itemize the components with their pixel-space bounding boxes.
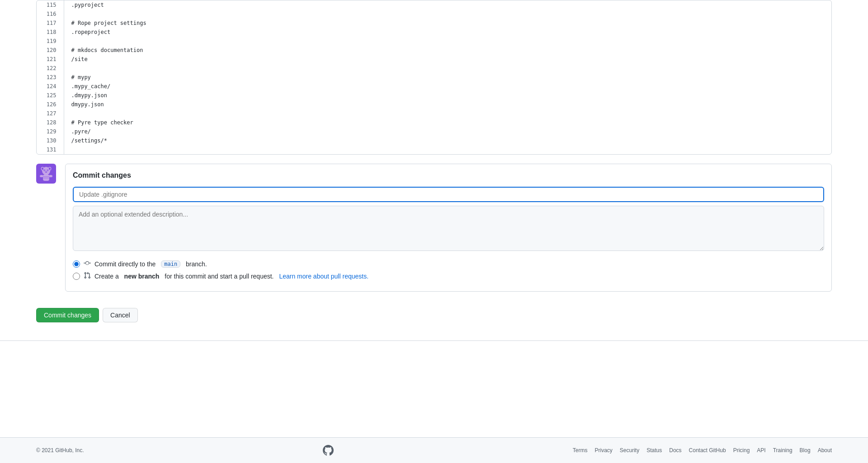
footer-links: TermsPrivacySecurityStatusDocsContact Gi… bbox=[573, 447, 832, 454]
line-content: # Rope project settings bbox=[64, 19, 831, 28]
code-table: 115 .pyproject 116 117 # Rope project se… bbox=[37, 0, 831, 154]
line-content bbox=[64, 37, 831, 46]
svg-rect-12 bbox=[40, 175, 43, 177]
footer-link[interactable]: Pricing bbox=[733, 447, 750, 454]
line-content: # mkdocs documentation bbox=[64, 46, 831, 55]
table-row: 131 bbox=[37, 145, 831, 154]
line-number: 119 bbox=[37, 37, 64, 46]
line-number: 123 bbox=[37, 73, 64, 82]
radio-newbranch-text: Create a new branch for this commit and … bbox=[94, 273, 368, 280]
radio-direct-text: Commit directly to the main branch. bbox=[94, 260, 207, 268]
svg-point-5 bbox=[49, 168, 51, 170]
svg-point-4 bbox=[42, 168, 43, 170]
footer-link[interactable]: Training bbox=[773, 447, 793, 454]
radio-direct-option[interactable]: Commit directly to the main branch. bbox=[73, 260, 824, 268]
line-content bbox=[64, 145, 831, 154]
commit-section: Commit changes Commit directly to the bbox=[36, 164, 832, 292]
commit-icon bbox=[84, 260, 91, 268]
line-number: 130 bbox=[37, 136, 64, 145]
avatar bbox=[36, 164, 56, 184]
commit-section-title: Commit changes bbox=[73, 171, 824, 180]
line-number: 125 bbox=[37, 91, 64, 100]
svg-rect-14 bbox=[43, 176, 49, 177]
table-row: 117 # Rope project settings bbox=[37, 19, 831, 28]
footer-link[interactable]: Blog bbox=[800, 447, 811, 454]
table-row: 122 bbox=[37, 64, 831, 73]
line-number: 115 bbox=[37, 0, 64, 9]
line-content: # Pyre type checker bbox=[64, 118, 831, 127]
svg-rect-15 bbox=[43, 178, 49, 179]
line-number: 120 bbox=[37, 46, 64, 55]
table-row: 115 .pyproject bbox=[37, 0, 831, 9]
line-number: 117 bbox=[37, 19, 64, 28]
action-buttons-row: Commit changes Cancel bbox=[36, 308, 832, 322]
table-row: 119 bbox=[37, 37, 831, 46]
footer-link[interactable]: Privacy bbox=[595, 447, 613, 454]
commit-changes-button[interactable]: Commit changes bbox=[36, 308, 99, 322]
line-number: 127 bbox=[37, 109, 64, 118]
footer-link[interactable]: API bbox=[757, 447, 765, 454]
line-content: .pyre/ bbox=[64, 127, 831, 136]
line-content: .pyproject bbox=[64, 0, 831, 9]
svg-rect-13 bbox=[49, 175, 52, 177]
footer-link[interactable]: Terms bbox=[573, 447, 588, 454]
commit-description-input[interactable] bbox=[73, 206, 824, 251]
table-row: 128 # Pyre type checker bbox=[37, 118, 831, 127]
radio-options: Commit directly to the main branch. bbox=[73, 260, 824, 280]
page-wrapper: 115 .pyproject 116 117 # Rope project se… bbox=[0, 0, 868, 463]
radio-newbranch-option[interactable]: Create a new branch for this commit and … bbox=[73, 272, 824, 280]
learn-more-link[interactable]: Learn more about pull requests. bbox=[279, 273, 368, 280]
cancel-button[interactable]: Cancel bbox=[103, 308, 138, 322]
commit-box: Commit changes Commit directly to the bbox=[65, 164, 832, 292]
svg-point-10 bbox=[45, 171, 47, 172]
line-number: 118 bbox=[37, 28, 64, 37]
line-number: 121 bbox=[37, 55, 64, 64]
branch-name-badge: main bbox=[161, 260, 180, 268]
line-number: 129 bbox=[37, 127, 64, 136]
table-row: 127 bbox=[37, 109, 831, 118]
line-content: dmypy.json bbox=[64, 100, 831, 109]
footer-logo bbox=[323, 445, 334, 456]
pull-request-icon bbox=[84, 272, 91, 280]
divider bbox=[0, 340, 868, 341]
svg-point-8 bbox=[44, 170, 45, 170]
line-number: 126 bbox=[37, 100, 64, 109]
table-row: 129 .pyre/ bbox=[37, 127, 831, 136]
line-number: 124 bbox=[37, 82, 64, 91]
footer-link[interactable]: Status bbox=[646, 447, 662, 454]
line-content: # mypy bbox=[64, 73, 831, 82]
line-number: 131 bbox=[37, 145, 64, 154]
svg-point-9 bbox=[47, 170, 48, 170]
footer-link[interactable]: Security bbox=[620, 447, 639, 454]
table-row: 125 .dmypy.json bbox=[37, 91, 831, 100]
commit-message-input[interactable] bbox=[73, 187, 824, 202]
line-content bbox=[64, 109, 831, 118]
footer-link[interactable]: Contact GitHub bbox=[689, 447, 726, 454]
line-number: 128 bbox=[37, 118, 64, 127]
table-row: 118 .ropeproject bbox=[37, 28, 831, 37]
radio-direct-input[interactable] bbox=[73, 260, 80, 268]
line-content: /settings/* bbox=[64, 136, 831, 145]
line-content: /site bbox=[64, 55, 831, 64]
line-content bbox=[64, 64, 831, 73]
footer-copyright: © 2021 GitHub, Inc. bbox=[36, 447, 84, 454]
table-row: 124 .mypy_cache/ bbox=[37, 82, 831, 91]
table-row: 130 /settings/* bbox=[37, 136, 831, 145]
table-row: 123 # mypy bbox=[37, 73, 831, 82]
line-number: 116 bbox=[37, 9, 64, 19]
footer-link[interactable]: Docs bbox=[669, 447, 681, 454]
line-content: .ropeproject bbox=[64, 28, 831, 37]
code-editor-section: 115 .pyproject 116 117 # Rope project se… bbox=[36, 0, 832, 155]
line-content bbox=[64, 9, 831, 19]
footer-link[interactable]: About bbox=[818, 447, 832, 454]
line-content: .dmypy.json bbox=[64, 91, 831, 100]
line-number: 122 bbox=[37, 64, 64, 73]
footer: © 2021 GitHub, Inc. TermsPrivacySecurity… bbox=[0, 437, 868, 463]
table-row: 116 bbox=[37, 9, 831, 19]
table-row: 120 # mkdocs documentation bbox=[37, 46, 831, 55]
line-content: .mypy_cache/ bbox=[64, 82, 831, 91]
table-row: 126 dmypy.json bbox=[37, 100, 831, 109]
radio-newbranch-input[interactable] bbox=[73, 273, 80, 280]
table-row: 121 /site bbox=[37, 55, 831, 64]
